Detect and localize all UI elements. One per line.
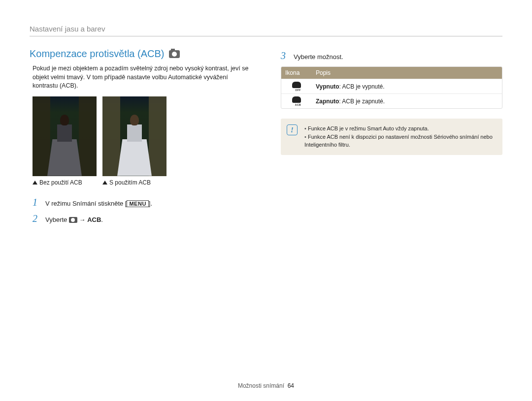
options-table: Ikona Popis Vypnuto: ACB je vypnuté. Zap… — [281, 66, 502, 109]
page-footer: Možnosti snímání 64 — [0, 382, 532, 389]
step-number: 3 — [281, 50, 289, 62]
step-number: 2 — [33, 213, 40, 224]
example-photo-without-acb — [33, 96, 97, 176]
step-2-text: Vyberte → ACB. — [45, 216, 103, 223]
triangle-up-icon — [102, 181, 107, 185]
step-number: 1 — [33, 197, 40, 208]
step1-post: ]. — [149, 200, 152, 207]
footer-page-number: 64 — [288, 382, 294, 389]
row1-bold: Vypnuto — [316, 83, 339, 90]
row1-desc: Vypnuto: ACB je vypnuté. — [312, 81, 502, 92]
page-heading: Kompenzace protisvětla (ACB) — [30, 48, 251, 60]
caption-left-text: Bez použití ACB — [39, 179, 82, 186]
table-row: Zapnuto: ACB je zapnuté. — [281, 93, 502, 108]
info-icon: ! — [287, 124, 298, 135]
example-photo-with-acb — [102, 96, 166, 176]
intro-paragraph: Pokud je mezi objektem a pozadím světeln… — [30, 64, 251, 91]
footer-label: Možnosti snímání — [238, 382, 284, 389]
table-row: Vypnuto: ACB je vypnuté. — [281, 79, 502, 93]
info-item-2: Funkce ACB není k dispozici po nastavení… — [304, 133, 496, 149]
menu-button-label: MENU — [127, 200, 148, 207]
table-header: Ikona Popis — [281, 67, 502, 79]
step-1-text: V režimu Snímání stiskněte [MENU]. — [45, 200, 152, 208]
row1-rest: : ACB je vypnuté. — [339, 83, 385, 90]
triangle-up-icon — [33, 181, 37, 185]
step2-arrow: → — [77, 216, 87, 223]
info-box: ! Funkce ACB je v režimu Smart Auto vždy… — [281, 119, 502, 155]
step-2: 2 Vyberte → ACB. — [33, 213, 251, 224]
caption-right: S použitím ACB — [102, 179, 166, 186]
step2-pre: Vyberte — [45, 216, 69, 223]
step1-pre: V režimu Snímání stiskněte [ — [45, 200, 127, 207]
col-header-desc: Popis — [312, 67, 502, 79]
heading-text: Kompenzace protisvětla (ACB) — [30, 48, 164, 60]
step-1: 1 V režimu Snímání stiskněte [MENU]. — [33, 197, 251, 208]
col-header-icon: Ikona — [281, 67, 312, 79]
acb-off-icon — [291, 82, 302, 92]
step2-end: . — [101, 216, 103, 223]
acb-on-icon — [291, 96, 302, 106]
caption-left: Bez použití ACB — [33, 179, 97, 186]
row2-desc: Zapnuto: ACB je zapnuté. — [312, 96, 502, 107]
row2-bold: Zapnuto — [316, 98, 339, 105]
section-title: Nastavení jasu a barev — [30, 25, 502, 36]
step-3-text: Vyberte možnost. — [294, 53, 343, 61]
caption-right-text: S použitím ACB — [109, 179, 151, 186]
row2-rest: : ACB je zapnuté. — [339, 98, 385, 105]
camera-mode-icon — [169, 50, 180, 58]
step2-bold: ACB — [87, 216, 101, 223]
camera-icon — [69, 217, 77, 223]
step-3: 3 Vyberte možnost. — [281, 50, 502, 62]
info-item-1: Funkce ACB je v režimu Smart Auto vždy z… — [304, 124, 496, 133]
